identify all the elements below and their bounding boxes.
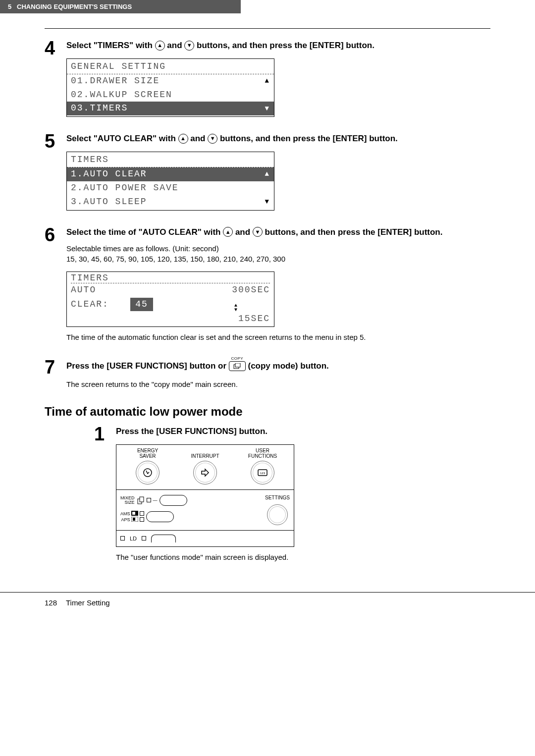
divider (45, 28, 490, 29)
down-triangle-icon: ▼ (265, 104, 270, 114)
svg-rect-1 (235, 363, 240, 367)
mixed-size-icon (137, 496, 145, 504)
lcd-row-1-selected: 1.AUTO CLEAR▲ (67, 167, 274, 181)
step-number: 1 (94, 425, 116, 563)
up-triangle-icon: ▲ (265, 169, 270, 180)
control-panel-illustration: ENERGYSAVER INTERRUPT USERFUNCTIONS (116, 444, 294, 547)
up-arrow-icon: ▲ (178, 134, 188, 144)
lcd-screen-general: GENERAL SETTING 01.DRAWER SIZE▲ 02.WALKU… (66, 58, 274, 117)
step-number: 6 (45, 225, 66, 343)
upper-limit: 300SEC (165, 283, 270, 297)
section-heading: Time of automatic low power mode (45, 405, 490, 419)
chapter-title: CHANGING EQUIPMENT'S SETTINGS (17, 3, 132, 10)
step-5: 5 Select "AUTO CLEAR" with ▲ and ▼ butto… (45, 132, 490, 210)
lcd-header: TIMERS (67, 153, 274, 167)
step-title: Select the time of "AUTO CLEAR" with ▲ a… (66, 226, 490, 238)
updown-icon: ▲▼ (234, 303, 238, 312)
down-arrow-icon: ▼ (208, 134, 217, 144)
down-arrow-icon: ▼ (184, 41, 194, 51)
down-arrow-icon: ▼ (253, 227, 263, 237)
down-triangle-icon: ▼ (265, 197, 270, 208)
user-functions-button: USERFUNCTIONS 123 (235, 448, 290, 485)
interrupt-button: INTERRUPT (178, 448, 232, 485)
section2-step-1: 1 Press the [USER FUNCTIONS] button. ENE… (94, 425, 490, 563)
page-number: 128 (45, 598, 57, 607)
step-after-text: The "user functions mode" main screen is… (116, 552, 490, 563)
chapter-header: 5 CHANGING EQUIPMENT'S SETTINGS (0, 0, 241, 13)
svg-rect-10 (133, 518, 135, 521)
user-functions-icon: 123 (251, 461, 274, 485)
svg-rect-6 (140, 497, 144, 502)
step-number: 7 (45, 358, 66, 390)
step-number: 5 (45, 132, 66, 210)
lcd-header: GENERAL SETTING (67, 60, 274, 74)
lcd-row-3: 3.AUTO SLEEP▼ (67, 195, 274, 209)
lcd-row-2: 02.WALKUP SCREEN (67, 88, 274, 102)
settings-button: SETTINGS (265, 495, 290, 525)
interrupt-icon (193, 461, 217, 485)
step-title: Select "TIMERS" with ▲ and ▼ buttons, an… (66, 40, 490, 52)
lcd-row-1: 01.DRAWER SIZE▲ (67, 74, 274, 88)
step-body-text: The screen returns to the "copy mode" ma… (66, 379, 490, 390)
up-triangle-icon: ▲ (265, 76, 270, 87)
step-body-text: Selectable times are as follows. (Unit: … (66, 243, 490, 265)
svg-rect-8 (132, 512, 135, 515)
lower-limit: 15SEC (165, 312, 270, 325)
lcd-screen-timers: TIMERS 1.AUTO CLEAR▲ 2.AUTO POWER SAVE 3… (66, 152, 274, 211)
step-after-text: The time of the automatic function clear… (66, 332, 490, 343)
up-arrow-icon: ▲ (223, 227, 233, 237)
lcd-header: TIMERS (71, 273, 270, 283)
energy-saver-icon (136, 461, 160, 485)
footer-title: Timer Setting (66, 598, 110, 607)
step-7: 7 Press the [USER FUNCTIONS] button or C… (45, 358, 490, 390)
current-value: 45 (130, 298, 153, 311)
chapter-number: 5 (8, 3, 11, 10)
step-title: Select "AUTO CLEAR" with ▲ and ▼ buttons… (66, 133, 490, 145)
svg-point-2 (144, 469, 152, 477)
step-title: Press the [USER FUNCTIONS] button. (116, 426, 490, 437)
lcd-row-3-selected: 03.TIMERS▼ (67, 102, 274, 115)
energy-saver-button: ENERGYSAVER (120, 448, 175, 485)
step-6: 6 Select the time of "AUTO CLEAR" with ▲… (45, 225, 490, 343)
up-arrow-icon: ▲ (155, 41, 165, 51)
step-title: Press the [USER FUNCTIONS] button or COP… (66, 359, 490, 374)
svg-text:123: 123 (260, 472, 266, 475)
mixed-size-indicator: MIXED SIZE — (120, 495, 261, 506)
step-4: 4 Select "TIMERS" with ▲ and ▼ buttons, … (45, 39, 490, 117)
settings-icon (267, 504, 288, 525)
copy-mode-button-icon: COPY (229, 356, 246, 371)
panel-bottom-row: LD (116, 531, 294, 546)
oval-button-icon (151, 535, 176, 542)
lcd-screen-autoclear: TIMERS AUTO 300SEC CLEAR: 45 ▲▼ 15SEC (66, 271, 274, 327)
lcd-row-2: 2.AUTO POWER SAVE (67, 181, 274, 195)
ams-aps-indicator: AMS APS (120, 511, 261, 523)
page-footer: 128 Timer Setting (0, 592, 535, 613)
step-number: 4 (45, 39, 66, 117)
